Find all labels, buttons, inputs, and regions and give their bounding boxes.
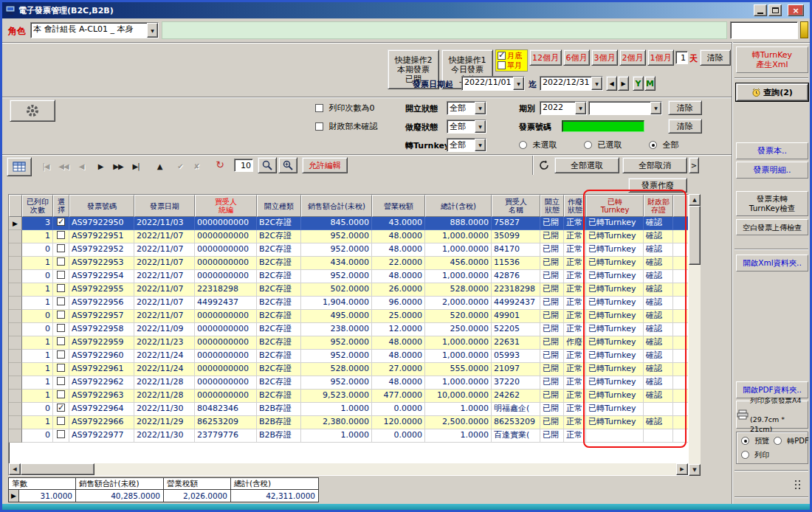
col-header-buyer_name[interactable]: 買受人 名稱 bbox=[492, 195, 540, 217]
month-end-checkbox[interactable] bbox=[498, 52, 506, 60]
col-header-tax[interactable]: 營業稅額 bbox=[372, 195, 425, 217]
col-header-type[interactable]: 開立種類 bbox=[257, 195, 301, 217]
invoice-book-button[interactable]: 發票本.. bbox=[736, 142, 808, 159]
mof-unconfirmed-checkbox[interactable] bbox=[315, 122, 323, 131]
grid-row[interactable]: 0AS979229572022/11/070000000000B2C存證495.… bbox=[9, 310, 688, 323]
unturned-check-button[interactable]: 發票未轉 TurnKey檢查 bbox=[736, 191, 808, 216]
row-select-checkbox[interactable] bbox=[57, 430, 65, 438]
row-select-checkbox[interactable] bbox=[57, 337, 65, 345]
radio-unselected[interactable] bbox=[519, 141, 527, 149]
more-button[interactable]: > bbox=[689, 157, 699, 173]
notes-icon[interactable] bbox=[800, 21, 808, 38]
chevron-down-icon[interactable]: ▼ bbox=[147, 23, 158, 38]
col-header-date[interactable]: 發票日期 bbox=[134, 195, 195, 217]
row-select-checkbox[interactable] bbox=[57, 218, 65, 226]
grid-row[interactable]: 0AS979229772022/11/3023779776B2B存證1.0000… bbox=[9, 429, 688, 443]
range-6month-button[interactable]: 6個月 bbox=[563, 49, 590, 66]
nav-next-page-button[interactable]: ▶▶ bbox=[110, 159, 126, 173]
minimize-button[interactable] bbox=[754, 4, 767, 16]
page-size-input[interactable] bbox=[234, 159, 253, 172]
row-select-checkbox[interactable] bbox=[57, 297, 65, 305]
allow-edit-button[interactable]: 允許編輯 bbox=[302, 157, 348, 173]
grid-row[interactable]: 0AS979229642022/11/3080482346B2B存證1.0000… bbox=[9, 403, 688, 416]
grid-row[interactable]: 0AS979229522022/11/070000000000B2C存證952.… bbox=[9, 243, 688, 257]
grid-row[interactable]: 1AS979229532022/11/070000000000B2C存證434.… bbox=[9, 257, 688, 270]
col-header-void_status[interactable]: 作廢 狀態 bbox=[564, 195, 586, 217]
row-select-checkbox[interactable] bbox=[57, 417, 65, 425]
col-header-print_count[interactable]: 已列印 次數 bbox=[22, 195, 53, 217]
row-select-checkbox[interactable] bbox=[57, 324, 65, 332]
grid-row[interactable]: 1AS979229602022/11/240000000000B2C存證952.… bbox=[9, 350, 688, 363]
grid-row[interactable]: 0AS979229542022/11/070000000000B2C存證952.… bbox=[9, 270, 688, 283]
col-header-amount[interactable]: 銷售額合計(未稅) bbox=[301, 195, 372, 217]
chevron-down-icon[interactable]: ▼ bbox=[650, 102, 661, 114]
drag-grip-icon[interactable] bbox=[795, 480, 796, 482]
date-prev-button[interactable]: ◀ bbox=[606, 76, 617, 91]
clear-invoice-button[interactable]: 清除 bbox=[668, 119, 702, 134]
cell-selected[interactable] bbox=[53, 270, 69, 283]
hscroll-thumb[interactable] bbox=[21, 463, 94, 475]
grid-view-button[interactable] bbox=[7, 157, 32, 176]
open-xml-folder-button[interactable]: 開啟Xml資料夾.. bbox=[736, 255, 808, 271]
scroll-right-button[interactable]: ▶ bbox=[676, 463, 688, 475]
close-button[interactable]: × bbox=[788, 4, 804, 16]
range-2month-button[interactable]: 2個月 bbox=[619, 49, 646, 66]
row-select-checkbox[interactable] bbox=[57, 390, 65, 398]
chevron-down-icon[interactable]: ▼ bbox=[513, 77, 524, 90]
chevron-down-icon[interactable]: ▼ bbox=[575, 102, 586, 114]
chevron-down-icon[interactable]: ▼ bbox=[475, 102, 486, 114]
grid-row[interactable]: ▶3AS979229502022/11/030000000000B2C存證845… bbox=[9, 217, 688, 230]
chevron-down-icon[interactable]: ▼ bbox=[475, 120, 486, 133]
nav-prev-button[interactable]: ◀ bbox=[73, 159, 89, 173]
row-select-checkbox[interactable] bbox=[57, 311, 65, 319]
post-check-icon[interactable]: ✔ bbox=[173, 159, 187, 173]
cell-selected[interactable] bbox=[53, 376, 69, 390]
cell-selected[interactable] bbox=[53, 403, 69, 416]
radio-all[interactable] bbox=[649, 141, 657, 149]
cell-selected[interactable] bbox=[53, 230, 69, 243]
grid-row[interactable]: 1AS979229592022/11/230000000000B2C存證952.… bbox=[9, 336, 688, 350]
cell-selected[interactable] bbox=[53, 363, 69, 376]
grid-row[interactable]: 1AS979229612022/11/240000000000B2C存證528.… bbox=[9, 363, 688, 376]
row-select-checkbox[interactable] bbox=[57, 364, 65, 372]
col-header-buyer_id[interactable]: 買受人 統編 bbox=[195, 195, 257, 217]
cell-selected[interactable] bbox=[53, 336, 69, 350]
nav-last-button[interactable]: ▶| bbox=[128, 159, 144, 173]
clear-status-button[interactable]: 清除 bbox=[668, 100, 702, 115]
select-all-button[interactable]: 全部選取 bbox=[554, 157, 619, 173]
cell-selected[interactable] bbox=[53, 416, 69, 429]
range-1month-button[interactable]: 1個月 bbox=[647, 49, 674, 66]
cell-selected[interactable] bbox=[53, 257, 69, 270]
scroll-left-button[interactable]: ◀ bbox=[9, 463, 21, 475]
row-select-checkbox[interactable] bbox=[57, 257, 65, 266]
grid-row[interactable]: 1AS979229662022/11/2986253209B2B存證2,380.… bbox=[9, 416, 688, 429]
void-invoice-button[interactable]: 發票作廢 bbox=[628, 178, 687, 193]
cell-selected[interactable] bbox=[53, 283, 69, 297]
role-select[interactable]: 本 會計組長 A-CL01 _ 本身 ▼ bbox=[30, 22, 159, 38]
output-preview-option[interactable]: 預覽 bbox=[741, 436, 769, 446]
days-input[interactable] bbox=[675, 51, 688, 64]
mof-unconfirmed-option[interactable]: 財政部未確認 bbox=[315, 121, 378, 132]
col-header-total[interactable]: 總計(含稅) bbox=[425, 195, 492, 217]
row-select-checkbox[interactable] bbox=[57, 244, 65, 252]
cell-selected[interactable] bbox=[53, 390, 69, 403]
cell-selected[interactable] bbox=[53, 310, 69, 323]
settings-button[interactable] bbox=[10, 100, 55, 122]
cell-selected[interactable] bbox=[53, 350, 69, 363]
cell-selected[interactable] bbox=[53, 297, 69, 310]
output-topdf-option[interactable]: 轉PDF bbox=[774, 436, 809, 446]
search-plus-button[interactable] bbox=[278, 157, 297, 173]
print-zero-checkbox[interactable] bbox=[315, 104, 323, 112]
cancel-cross-icon[interactable]: ✘ bbox=[190, 159, 203, 173]
open-status-select[interactable]: 全部 ▼ bbox=[447, 101, 486, 115]
month-button[interactable]: M bbox=[644, 76, 656, 91]
col-header-invoice_no[interactable]: 發票號碼 bbox=[69, 195, 134, 217]
turnkey-filter-select[interactable]: 全部 ▼ bbox=[447, 138, 486, 152]
col-header-filler[interactable] bbox=[673, 195, 689, 217]
radio-selected-option[interactable]: 已選取 bbox=[584, 139, 622, 151]
scroll-down-button[interactable]: ▼ bbox=[689, 464, 701, 476]
chevron-down-icon[interactable]: ▼ bbox=[591, 77, 602, 90]
row-select-checkbox[interactable] bbox=[57, 231, 65, 239]
nav-first-button[interactable]: |◀ bbox=[38, 159, 54, 173]
search-button[interactable] bbox=[258, 157, 277, 173]
